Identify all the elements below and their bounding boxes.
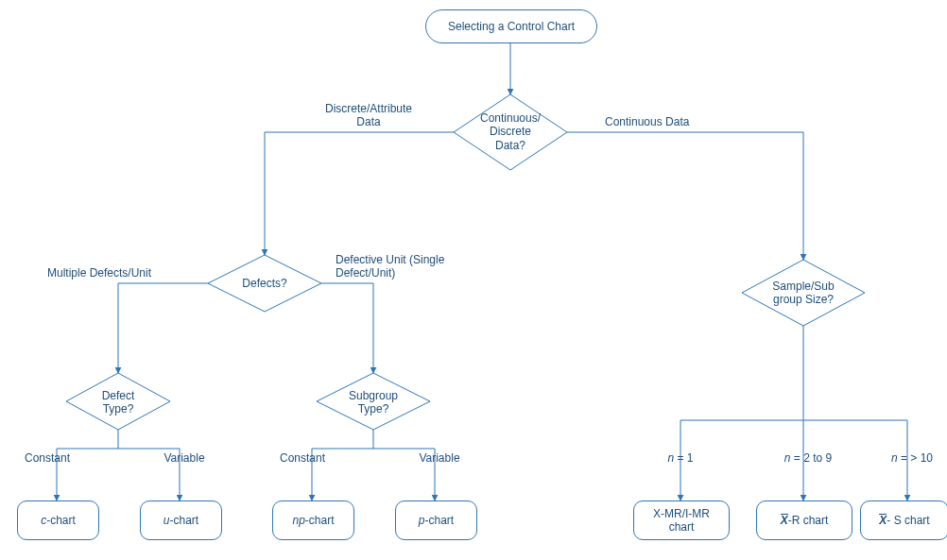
start-node: Selecting a Control Chart — [425, 9, 597, 43]
edge-label-constant-1: Constant — [9, 451, 85, 465]
decision-defects-label: Defects? — [227, 277, 302, 290]
edge-label-nge10: n = > 10 — [874, 451, 947, 465]
result-u-chart: u-chart — [140, 501, 222, 540]
result-xbar-s-chart: X- S chart — [860, 501, 947, 540]
result-xmr-chart: X-MR/I-MR chart — [633, 501, 730, 540]
result-xbar-r-chart: X-R chart — [756, 501, 852, 540]
edge-label-discrete-attribute: Discrete/Attribute Data — [302, 102, 435, 129]
result-np-chart: np-chart — [272, 501, 354, 540]
result-c-chart: c-chart — [17, 501, 99, 540]
edge-label-n1: n n = 1= 1 — [647, 451, 714, 465]
result-p-chart: p-chart — [395, 501, 477, 540]
edge-label-n2to9: n = 2 to 9 — [766, 451, 851, 465]
start-label: Selecting a Control Chart — [448, 20, 575, 33]
edge-label-variable-1: Variable — [146, 451, 222, 465]
decision-data-type-label: Continuous/ Discrete Data? — [463, 111, 558, 152]
edge-label-constant-2: Constant — [265, 451, 340, 465]
decision-defect-type-label: Defect Type? — [85, 389, 151, 416]
edge-label-continuous: Continuous Data — [605, 115, 737, 128]
edge-label-multiple-defects: Multiple Defects/Unit — [47, 266, 198, 280]
edge-label-defective-unit: Defective Unit (Single Defect/Unit) — [336, 253, 487, 280]
edge-label-variable-2: Variable — [402, 451, 477, 465]
decision-subgroup-type-label: Subgroup Type? — [336, 389, 411, 416]
decision-sample-size-label: Sample/Sub group Size? — [761, 280, 846, 307]
